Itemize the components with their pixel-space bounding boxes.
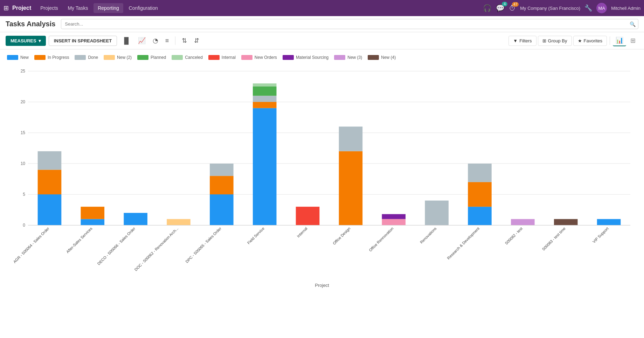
legend-color xyxy=(334,55,345,60)
nav-mytasks[interactable]: My Tasks xyxy=(63,3,92,13)
svg-rect-48 xyxy=(511,219,535,225)
line-chart-icon-btn[interactable]: 📈 xyxy=(136,35,148,46)
messages-badge: 4 xyxy=(502,2,507,6)
svg-text:Internal: Internal xyxy=(296,226,308,238)
measures-button[interactable]: MEASURES ▾ xyxy=(6,36,46,46)
svg-rect-13 xyxy=(38,170,62,194)
svg-text:Research & Development: Research & Development xyxy=(446,226,480,260)
clock-badge: 47 xyxy=(512,2,519,7)
chart-svg-wrap: 0510152025AGR - S00064 - Sales OrderAfte… xyxy=(7,64,637,281)
descending-sort-icon-btn[interactable]: ⇵ xyxy=(192,35,201,46)
toolbar-separator xyxy=(175,36,175,45)
groupby-button[interactable]: ⊞ Group By xyxy=(538,36,572,46)
svg-rect-36 xyxy=(339,151,363,225)
svg-text:Office Design: Office Design xyxy=(332,226,351,246)
legend-label: Done xyxy=(88,55,98,60)
svg-rect-40 xyxy=(382,214,406,219)
legend-color xyxy=(7,55,18,60)
svg-text:Office Rennovation: Office Rennovation xyxy=(368,226,394,253)
legend-label: New (2) xyxy=(117,55,132,60)
stack-icon-btn[interactable]: ≡ xyxy=(163,36,171,46)
company-name: My Company (San Francisco) xyxy=(520,6,580,11)
legend-item: New (3) xyxy=(334,55,362,60)
svg-text:5: 5 xyxy=(23,192,25,197)
legend-item: New Orders xyxy=(241,55,277,60)
grid-icon[interactable]: ⊞ xyxy=(4,4,9,12)
svg-text:VIP Support: VIP Support xyxy=(592,226,609,244)
legend-color xyxy=(208,55,220,60)
avatar[interactable]: MA xyxy=(596,3,607,13)
app-brand: Project xyxy=(12,5,31,11)
search-input[interactable] xyxy=(61,19,638,29)
nav-reporting[interactable]: Reporting xyxy=(94,3,123,13)
legend-label: Planned xyxy=(151,55,166,60)
svg-rect-44 xyxy=(468,207,492,225)
support-icon-btn[interactable]: 🎧 xyxy=(483,4,492,12)
settings-icon[interactable]: 🔧 xyxy=(584,4,592,12)
filter-icon: ▼ xyxy=(513,38,518,43)
svg-text:S00082 - test: S00082 - test xyxy=(504,226,524,246)
legend-label: Canceled xyxy=(185,55,203,60)
legend-label: New (3) xyxy=(347,55,362,60)
nav-configuration[interactable]: Configuration xyxy=(125,3,162,13)
svg-text:After-Sales Services: After-Sales Services xyxy=(65,226,93,254)
svg-rect-23 xyxy=(210,194,234,225)
groupby-icon: ⊞ xyxy=(542,38,546,43)
bar-chart-icon-btn[interactable]: ▐▌ xyxy=(120,36,133,46)
legend-color xyxy=(34,55,46,60)
clock-icon-btn[interactable]: ⏱ 47 xyxy=(509,4,516,12)
legend-item: Material Sourcing xyxy=(283,55,328,60)
legend-item: Planned xyxy=(137,55,166,60)
star-icon: ★ xyxy=(578,38,582,43)
legend-label: Internal xyxy=(222,55,236,60)
measures-label: MEASURES xyxy=(11,38,36,43)
nav-projects[interactable]: Projects xyxy=(36,3,62,13)
view-sep xyxy=(610,36,610,45)
svg-rect-28 xyxy=(253,102,277,108)
search-wrap: 🔍 xyxy=(61,19,638,29)
legend-color xyxy=(368,55,379,60)
legend-color xyxy=(75,55,86,60)
svg-rect-42 xyxy=(425,201,449,225)
legend-color xyxy=(283,55,294,60)
chart-view-btn[interactable]: 📊 xyxy=(613,35,626,46)
legend-label: New (4) xyxy=(381,55,396,60)
messages-icon-btn[interactable]: 💬 4 xyxy=(496,4,505,12)
legend-label: Material Sourcing xyxy=(296,55,328,60)
legend-label: New Orders xyxy=(255,55,277,60)
search-bar: Tasks Analysis 🔍 xyxy=(0,16,644,32)
svg-text:0: 0 xyxy=(23,223,25,228)
svg-rect-29 xyxy=(253,96,277,102)
toolbar: MEASURES ▾ INSERT IN SPREADSHEET ▐▌ 📈 ◔ … xyxy=(0,32,644,49)
filters-button[interactable]: ▼ Filters xyxy=(508,36,536,46)
ascending-sort-icon-btn[interactable]: ⇅ xyxy=(180,35,189,46)
svg-text:AGR - S00064 - Sales Order: AGR - S00064 - Sales Order xyxy=(12,226,50,264)
pie-chart-icon-btn[interactable]: ◔ xyxy=(151,35,160,46)
legend-color xyxy=(137,55,148,60)
legend-item: Done xyxy=(75,55,98,60)
table-view-btn[interactable]: ⊞ xyxy=(628,35,638,46)
toolbar-right: ▼ Filters ⊞ Group By ★ Favorites 📊 ⊞ xyxy=(508,35,638,46)
svg-rect-19 xyxy=(124,213,147,225)
svg-text:15: 15 xyxy=(21,130,26,135)
svg-text:20: 20 xyxy=(21,99,26,104)
svg-rect-45 xyxy=(468,182,492,207)
svg-text:10: 10 xyxy=(21,161,26,166)
svg-text:DECO - S00066 - Sales Order: DECO - S00066 - Sales Order xyxy=(96,226,136,266)
svg-rect-52 xyxy=(597,219,621,225)
svg-text:S00083 - test time: S00083 - test time xyxy=(541,226,567,251)
legend-color xyxy=(172,55,183,60)
chart-legend: NewIn ProgressDoneNew (2)PlannedCanceled… xyxy=(7,55,637,60)
svg-rect-37 xyxy=(339,126,363,151)
svg-text:DOC - S00062 - Renovation Arch: DOC - S00062 - Renovation Arch... xyxy=(133,226,179,272)
svg-rect-50 xyxy=(554,219,578,225)
favorites-button[interactable]: ★ Favorites xyxy=(573,36,607,46)
insert-spreadsheet-button[interactable]: INSERT IN SPREADSHEET xyxy=(49,36,117,46)
search-icon[interactable]: 🔍 xyxy=(630,21,636,27)
navbar-right: 🎧 💬 4 ⏱ 47 My Company (San Francisco) 🔧 … xyxy=(483,3,640,13)
legend-item: New (4) xyxy=(368,55,396,60)
legend-item: Internal xyxy=(208,55,236,60)
svg-rect-24 xyxy=(210,176,234,194)
legend-color xyxy=(104,55,115,60)
navbar: ⊞ Project Projects My Tasks Reporting Co… xyxy=(0,0,644,16)
